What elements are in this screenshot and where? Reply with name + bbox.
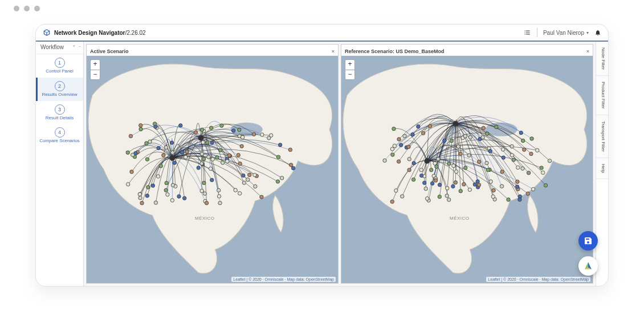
svg-point-47: [146, 185, 150, 189]
svg-point-162: [519, 131, 523, 134]
map-panel-active: Active Scenario × + − MÉXICO Leaflet | ©…: [86, 44, 339, 284]
svg-point-51: [238, 192, 241, 195]
svg-point-194: [437, 157, 440, 160]
minimize-icon[interactable]: –: [79, 44, 81, 48]
zoom-in-button[interactable]: +: [345, 60, 354, 70]
svg-point-110: [531, 187, 535, 191]
svg-point-195: [455, 170, 458, 173]
country-label: MÉXICO: [195, 216, 215, 221]
chevron-down-icon[interactable]: ▾: [586, 30, 589, 35]
svg-point-212: [502, 156, 505, 159]
svg-point-161: [540, 166, 543, 169]
svg-point-142: [412, 161, 415, 165]
user-name[interactable]: Paul Van Nierop: [543, 30, 584, 36]
svg-point-164: [467, 154, 471, 157]
zoom-in-button[interactable]: +: [91, 60, 100, 70]
map-attribution: Leaflet | © 2020 · Omniscale · Map data:…: [486, 277, 590, 282]
svg-point-91: [211, 158, 214, 161]
step-number: 1: [55, 58, 65, 68]
svg-point-123: [454, 181, 457, 184]
svg-point-29: [288, 148, 292, 151]
svg-point-159: [521, 167, 524, 170]
svg-point-179: [424, 187, 427, 190]
svg-point-88: [291, 166, 295, 169]
svg-point-156: [464, 166, 467, 169]
save-button[interactable]: [578, 231, 598, 251]
svg-point-206: [486, 168, 490, 172]
svg-point-193: [407, 168, 411, 172]
workflow-step-compare-scenarios[interactable]: 4Compare Scenarios: [36, 124, 83, 147]
app-bar: Network Design Navigator/2.26.02 Paul Va…: [36, 25, 608, 42]
country-label: MÉXICO: [450, 216, 470, 221]
svg-point-57: [209, 126, 213, 130]
svg-point-166: [512, 158, 515, 161]
svg-point-90: [254, 184, 257, 188]
svg-point-210: [393, 144, 396, 147]
tab-help[interactable]: Help: [596, 158, 608, 179]
map-attribution: Leaflet | © 2020 · Omniscale · Map data:…: [231, 277, 336, 282]
svg-point-112: [476, 180, 479, 183]
svg-point-66: [126, 183, 129, 186]
workflow-step-results-overview[interactable]: 2Results Overview: [36, 78, 83, 101]
divider: [537, 28, 537, 37]
svg-point-63: [232, 129, 235, 132]
bell-icon[interactable]: [594, 29, 601, 36]
svg-point-19: [185, 150, 189, 154]
svg-point-149: [510, 144, 513, 148]
svg-point-183: [407, 145, 410, 148]
zoom-out-button[interactable]: −: [345, 70, 354, 79]
close-icon[interactable]: ×: [586, 49, 589, 54]
svg-point-200: [446, 187, 449, 190]
svg-point-22: [205, 141, 209, 144]
svg-point-44: [140, 201, 144, 205]
list-icon[interactable]: [523, 29, 531, 37]
svg-point-204: [445, 194, 449, 197]
close-icon[interactable]: ×: [332, 49, 335, 54]
svg-point-196: [521, 139, 524, 142]
svg-point-203: [390, 200, 394, 203]
svg-point-72: [139, 127, 142, 131]
svg-point-77: [215, 156, 219, 159]
svg-point-115: [502, 148, 505, 151]
svg-point-86: [234, 188, 237, 192]
svg-point-138: [477, 183, 480, 187]
map-header: Reference Scenario: US Demo_BaseMod ×: [341, 45, 593, 56]
svg-point-182: [399, 143, 402, 147]
svg-point-178: [500, 170, 504, 173]
svg-point-46: [226, 159, 229, 163]
collapse-icon[interactable]: «: [73, 44, 75, 48]
svg-point-165: [516, 165, 520, 169]
workflow-step-control-panel[interactable]: 1Control Panel: [36, 54, 83, 78]
zoom-control: + −: [90, 59, 100, 80]
svg-point-209: [447, 198, 450, 201]
map-area[interactable]: + − MÉXICO Leaflet | © 2020 · Omniscale …: [341, 56, 593, 283]
svg-point-198: [434, 179, 437, 182]
svg-point-18: [151, 184, 154, 187]
svg-point-146: [447, 162, 451, 165]
svg-point-174: [383, 159, 386, 162]
tab-product-filter[interactable]: Product Filter: [596, 76, 608, 115]
svg-point-170: [489, 180, 492, 183]
svg-point-31: [200, 189, 203, 192]
tab-transport-filter[interactable]: Transport Filter: [596, 115, 608, 158]
svg-point-202: [515, 185, 519, 188]
svg-point-185: [468, 188, 471, 191]
svg-point-113: [482, 126, 485, 130]
svg-point-49: [129, 134, 132, 138]
floppy-icon: [584, 236, 593, 245]
svg-point-96: [241, 135, 244, 139]
tab-node-filter[interactable]: Node Filter: [596, 42, 608, 76]
zoom-out-button[interactable]: −: [91, 70, 100, 79]
svg-point-34: [252, 132, 255, 136]
workflow-step-result-details[interactable]: 3Result Details: [36, 101, 83, 124]
map-area[interactable]: + − MÉXICO Leaflet | © 2020 · Omniscale …: [87, 56, 338, 283]
svg-point-118: [492, 188, 495, 192]
svg-point-191: [430, 168, 433, 172]
svg-point-10: [221, 161, 224, 164]
svg-point-128: [428, 124, 431, 128]
svg-point-40: [242, 181, 246, 184]
step-label: Compare Scenarios: [38, 139, 81, 144]
compass-button[interactable]: [578, 256, 598, 276]
step-label: Control Panel: [38, 69, 81, 74]
svg-point-28: [242, 173, 245, 177]
